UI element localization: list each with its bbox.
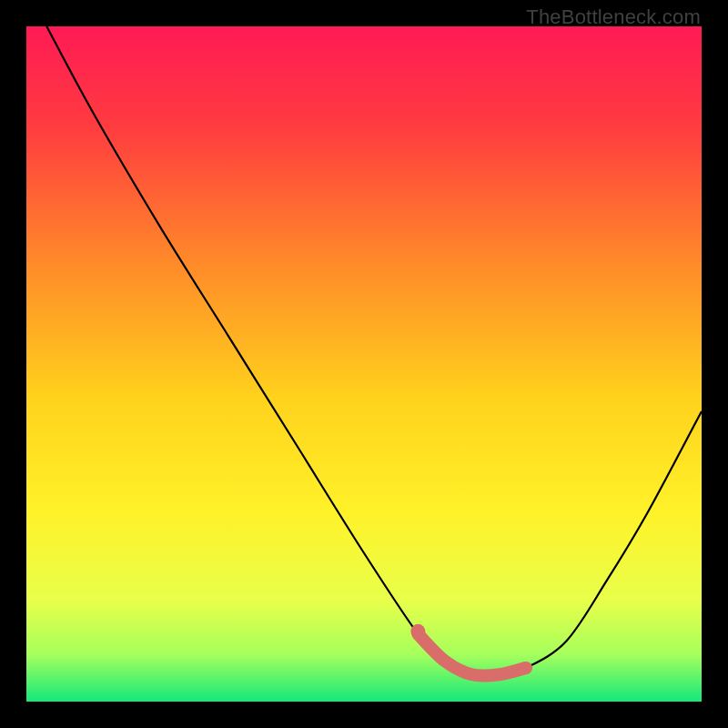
accent-segment — [418, 634, 526, 676]
chart-frame — [26, 26, 702, 702]
bottleneck-curve — [26, 26, 702, 702]
watermark-label: TheBottleneck.com — [526, 5, 701, 29]
curve-path — [46, 26, 702, 676]
